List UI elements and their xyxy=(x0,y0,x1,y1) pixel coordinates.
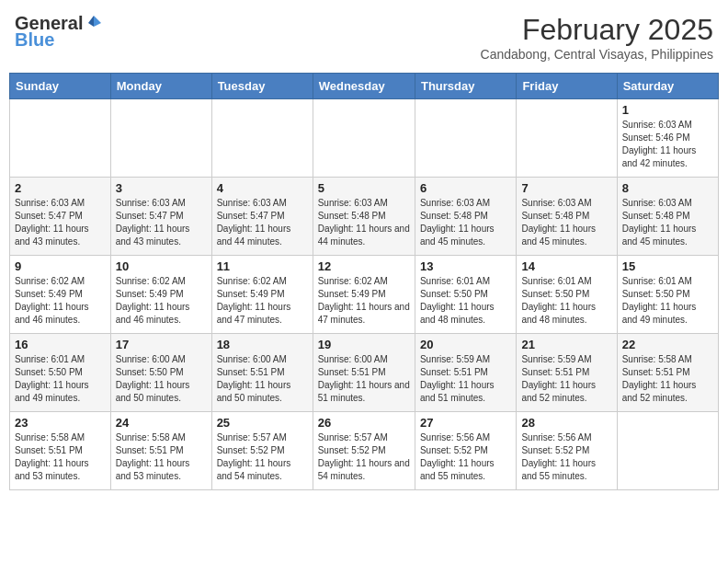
calendar-cell: 18Sunrise: 6:00 AM Sunset: 5:51 PM Dayli… xyxy=(211,334,313,412)
day-info: Sunrise: 5:59 AM Sunset: 5:51 PM Dayligh… xyxy=(420,353,511,405)
calendar-header-row: SundayMondayTuesdayWednesdayThursdayFrid… xyxy=(10,74,719,99)
calendar-cell xyxy=(110,99,211,178)
calendar-cell: 19Sunrise: 6:00 AM Sunset: 5:51 PM Dayli… xyxy=(313,334,415,412)
day-info: Sunrise: 5:58 AM Sunset: 5:51 PM Dayligh… xyxy=(15,431,106,483)
day-number: 8 xyxy=(622,181,713,195)
calendar-cell: 6Sunrise: 6:03 AM Sunset: 5:48 PM Daylig… xyxy=(415,178,516,256)
calendar-table: SundayMondayTuesdayWednesdayThursdayFrid… xyxy=(9,73,719,490)
day-info: Sunrise: 5:56 AM Sunset: 5:52 PM Dayligh… xyxy=(420,431,511,483)
day-info: Sunrise: 6:02 AM Sunset: 5:49 PM Dayligh… xyxy=(217,275,308,327)
calendar-cell xyxy=(617,412,718,490)
day-number: 3 xyxy=(116,181,207,195)
calendar-cell: 2Sunrise: 6:03 AM Sunset: 5:47 PM Daylig… xyxy=(10,178,111,256)
calendar-cell: 12Sunrise: 6:02 AM Sunset: 5:49 PM Dayli… xyxy=(313,256,415,334)
day-number: 18 xyxy=(217,338,308,351)
day-number: 7 xyxy=(521,181,611,195)
calendar-cell: 20Sunrise: 5:59 AM Sunset: 5:51 PM Dayli… xyxy=(415,334,516,412)
day-info: Sunrise: 5:57 AM Sunset: 5:52 PM Dayligh… xyxy=(318,431,410,483)
day-info: Sunrise: 6:02 AM Sunset: 5:49 PM Dayligh… xyxy=(318,275,410,327)
location-title: Candabong, Central Visayas, Philippines xyxy=(481,47,713,62)
calendar-cell: 24Sunrise: 5:58 AM Sunset: 5:51 PM Dayli… xyxy=(110,412,211,490)
weekday-header-friday: Friday xyxy=(517,74,617,99)
day-info: Sunrise: 5:58 AM Sunset: 5:51 PM Dayligh… xyxy=(622,353,713,405)
day-info: Sunrise: 6:01 AM Sunset: 5:50 PM Dayligh… xyxy=(15,353,106,405)
day-info: Sunrise: 5:59 AM Sunset: 5:51 PM Dayligh… xyxy=(521,353,611,405)
day-number: 23 xyxy=(15,416,106,430)
calendar-cell: 14Sunrise: 6:01 AM Sunset: 5:50 PM Dayli… xyxy=(517,256,617,334)
weekday-header-wednesday: Wednesday xyxy=(313,74,415,99)
day-number: 15 xyxy=(622,259,713,273)
day-number: 11 xyxy=(217,259,308,273)
day-number: 6 xyxy=(420,181,511,195)
day-number: 19 xyxy=(318,338,410,351)
weekday-header-saturday: Saturday xyxy=(617,74,718,99)
day-number: 9 xyxy=(15,259,106,273)
day-number: 4 xyxy=(217,181,308,195)
calendar-cell: 21Sunrise: 5:59 AM Sunset: 5:51 PM Dayli… xyxy=(517,334,617,412)
day-info: Sunrise: 6:03 AM Sunset: 5:47 PM Dayligh… xyxy=(217,197,308,248)
calendar-cell: 22Sunrise: 5:58 AM Sunset: 5:51 PM Dayli… xyxy=(617,334,718,412)
calendar-cell xyxy=(10,99,111,178)
calendar-cell: 3Sunrise: 6:03 AM Sunset: 5:47 PM Daylig… xyxy=(110,178,211,256)
calendar-cell: 16Sunrise: 6:01 AM Sunset: 5:50 PM Dayli… xyxy=(10,334,111,412)
day-info: Sunrise: 5:57 AM Sunset: 5:52 PM Dayligh… xyxy=(217,431,308,483)
calendar-cell xyxy=(517,99,617,178)
day-number: 13 xyxy=(420,259,511,273)
weekday-header-monday: Monday xyxy=(110,74,211,99)
svg-marker-1 xyxy=(88,16,94,27)
day-info: Sunrise: 6:03 AM Sunset: 5:47 PM Dayligh… xyxy=(116,197,207,248)
day-number: 17 xyxy=(116,338,207,351)
day-number: 2 xyxy=(15,181,106,195)
day-info: Sunrise: 6:03 AM Sunset: 5:48 PM Dayligh… xyxy=(420,197,511,248)
calendar-week-row: 2Sunrise: 6:03 AM Sunset: 5:47 PM Daylig… xyxy=(10,178,719,256)
calendar-week-row: 9Sunrise: 6:02 AM Sunset: 5:49 PM Daylig… xyxy=(10,256,719,334)
svg-marker-0 xyxy=(94,16,101,27)
day-info: Sunrise: 6:00 AM Sunset: 5:50 PM Dayligh… xyxy=(116,353,207,405)
calendar-cell xyxy=(415,99,516,178)
day-info: Sunrise: 6:03 AM Sunset: 5:47 PM Dayligh… xyxy=(15,197,106,248)
day-number: 25 xyxy=(217,416,308,430)
day-info: Sunrise: 6:00 AM Sunset: 5:51 PM Dayligh… xyxy=(217,353,308,405)
day-info: Sunrise: 6:01 AM Sunset: 5:50 PM Dayligh… xyxy=(420,275,511,327)
day-info: Sunrise: 6:02 AM Sunset: 5:49 PM Dayligh… xyxy=(116,275,207,327)
day-info: Sunrise: 6:00 AM Sunset: 5:51 PM Dayligh… xyxy=(318,353,410,405)
title-section: February 2025 Candabong, Central Visayas… xyxy=(481,13,713,62)
day-info: Sunrise: 6:01 AM Sunset: 5:50 PM Dayligh… xyxy=(622,275,713,327)
calendar-cell: 10Sunrise: 6:02 AM Sunset: 5:49 PM Dayli… xyxy=(110,256,211,334)
day-info: Sunrise: 6:01 AM Sunset: 5:50 PM Dayligh… xyxy=(521,275,611,327)
calendar-cell: 25Sunrise: 5:57 AM Sunset: 5:52 PM Dayli… xyxy=(211,412,313,490)
day-number: 22 xyxy=(622,338,713,351)
calendar-cell: 7Sunrise: 6:03 AM Sunset: 5:48 PM Daylig… xyxy=(517,178,617,256)
calendar-cell: 5Sunrise: 6:03 AM Sunset: 5:48 PM Daylig… xyxy=(313,178,415,256)
day-info: Sunrise: 6:03 AM Sunset: 5:48 PM Dayligh… xyxy=(622,197,713,248)
calendar-cell: 13Sunrise: 6:01 AM Sunset: 5:50 PM Dayli… xyxy=(415,256,516,334)
calendar-week-row: 1Sunrise: 6:03 AM Sunset: 5:46 PM Daylig… xyxy=(10,99,719,178)
calendar-week-row: 16Sunrise: 6:01 AM Sunset: 5:50 PM Dayli… xyxy=(10,334,719,412)
calendar-cell: 15Sunrise: 6:01 AM Sunset: 5:50 PM Dayli… xyxy=(617,256,718,334)
calendar-cell: 9Sunrise: 6:02 AM Sunset: 5:49 PM Daylig… xyxy=(10,256,111,334)
day-number: 27 xyxy=(420,416,511,430)
day-number: 26 xyxy=(318,416,410,430)
calendar-cell: 17Sunrise: 6:00 AM Sunset: 5:50 PM Dayli… xyxy=(110,334,211,412)
logo: General Blue xyxy=(15,13,103,50)
day-info: Sunrise: 5:56 AM Sunset: 5:52 PM Dayligh… xyxy=(521,431,611,483)
day-info: Sunrise: 6:03 AM Sunset: 5:48 PM Dayligh… xyxy=(318,197,410,248)
day-info: Sunrise: 6:03 AM Sunset: 5:48 PM Dayligh… xyxy=(521,197,611,248)
calendar-week-row: 23Sunrise: 5:58 AM Sunset: 5:51 PM Dayli… xyxy=(10,412,719,490)
month-title: February 2025 xyxy=(481,13,713,47)
day-info: Sunrise: 5:58 AM Sunset: 5:51 PM Dayligh… xyxy=(116,431,207,483)
day-number: 10 xyxy=(116,259,207,273)
calendar-cell xyxy=(313,99,415,178)
day-number: 16 xyxy=(15,338,106,351)
day-number: 12 xyxy=(318,259,410,273)
calendar-cell: 23Sunrise: 5:58 AM Sunset: 5:51 PM Dayli… xyxy=(10,412,111,490)
calendar-cell: 28Sunrise: 5:56 AM Sunset: 5:52 PM Dayli… xyxy=(517,412,617,490)
calendar-cell: 11Sunrise: 6:02 AM Sunset: 5:49 PM Dayli… xyxy=(211,256,313,334)
calendar-cell: 1Sunrise: 6:03 AM Sunset: 5:46 PM Daylig… xyxy=(617,99,718,178)
weekday-header-tuesday: Tuesday xyxy=(211,74,313,99)
calendar-cell: 26Sunrise: 5:57 AM Sunset: 5:52 PM Dayli… xyxy=(313,412,415,490)
calendar-cell xyxy=(211,99,313,178)
weekday-header-thursday: Thursday xyxy=(415,74,516,99)
day-number: 21 xyxy=(521,338,611,351)
calendar-cell: 4Sunrise: 6:03 AM Sunset: 5:47 PM Daylig… xyxy=(211,178,313,256)
